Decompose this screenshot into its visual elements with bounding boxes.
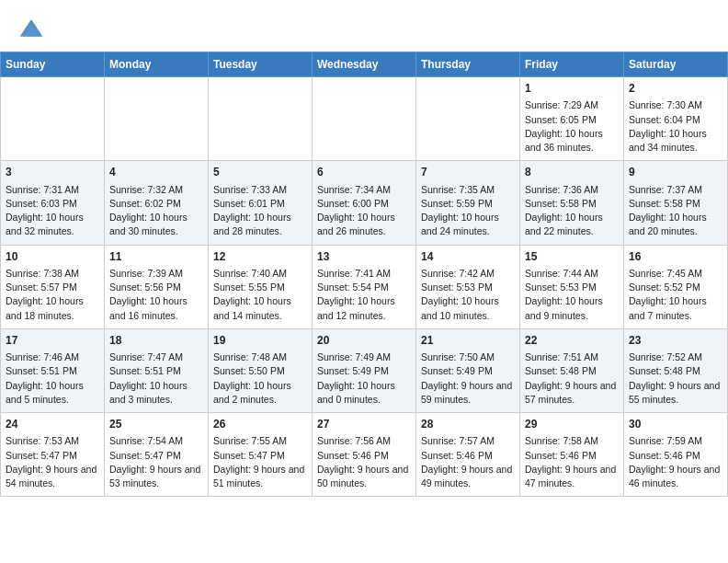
day-info: Sunrise: 7:45 AM Sunset: 5:52 PM Dayligh… [629, 267, 722, 323]
day-number: 14 [421, 249, 515, 265]
calendar-body: 1Sunrise: 7:29 AM Sunset: 6:05 PM Daylig… [1, 77, 728, 497]
calendar-cell: 28Sunrise: 7:57 AM Sunset: 5:46 PM Dayli… [416, 413, 520, 497]
calendar-cell: 18Sunrise: 7:47 AM Sunset: 5:51 PM Dayli… [105, 328, 209, 412]
calendar-week-4: 24Sunrise: 7:53 AM Sunset: 5:47 PM Dayli… [1, 413, 728, 497]
day-number: 10 [6, 249, 99, 265]
day-info: Sunrise: 7:36 AM Sunset: 5:58 PM Dayligh… [525, 183, 619, 239]
day-number: 7 [421, 165, 515, 180]
calendar-cell: 29Sunrise: 7:58 AM Sunset: 5:46 PM Dayli… [520, 413, 624, 497]
day-info: Sunrise: 7:34 AM Sunset: 6:00 PM Dayligh… [317, 183, 411, 239]
calendar-cell: 24Sunrise: 7:53 AM Sunset: 5:47 PM Dayli… [1, 413, 105, 497]
day-info: Sunrise: 7:59 AM Sunset: 5:46 PM Dayligh… [629, 434, 722, 490]
day-number: 23 [629, 333, 722, 349]
weekday-header-tuesday: Tuesday [209, 52, 313, 77]
logo [18, 17, 48, 42]
day-info: Sunrise: 7:40 AM Sunset: 5:55 PM Dayligh… [213, 267, 307, 323]
day-info: Sunrise: 7:37 AM Sunset: 5:58 PM Dayligh… [629, 183, 722, 239]
calendar-cell: 20Sunrise: 7:49 AM Sunset: 5:49 PM Dayli… [313, 328, 416, 412]
calendar-cell: 13Sunrise: 7:41 AM Sunset: 5:54 PM Dayli… [313, 245, 416, 328]
day-info: Sunrise: 7:58 AM Sunset: 5:46 PM Dayligh… [525, 434, 619, 490]
day-number: 5 [213, 165, 307, 180]
day-info: Sunrise: 7:31 AM Sunset: 6:03 PM Dayligh… [6, 183, 99, 239]
calendar-cell: 7Sunrise: 7:35 AM Sunset: 5:59 PM Daylig… [416, 161, 520, 245]
day-number: 12 [213, 249, 307, 265]
day-info: Sunrise: 7:46 AM Sunset: 5:51 PM Dayligh… [6, 350, 99, 407]
day-number: 25 [109, 417, 203, 432]
calendar-cell: 22Sunrise: 7:51 AM Sunset: 5:48 PM Dayli… [520, 328, 624, 412]
day-number: 30 [629, 417, 722, 432]
calendar-cell: 26Sunrise: 7:55 AM Sunset: 5:47 PM Dayli… [209, 413, 313, 497]
calendar-week-1: 3Sunrise: 7:31 AM Sunset: 6:03 PM Daylig… [1, 161, 728, 245]
weekday-header-sunday: Sunday [1, 52, 105, 77]
calendar-week-0: 1Sunrise: 7:29 AM Sunset: 6:05 PM Daylig… [1, 77, 728, 161]
day-info: Sunrise: 7:50 AM Sunset: 5:49 PM Dayligh… [421, 350, 515, 407]
day-info: Sunrise: 7:44 AM Sunset: 5:53 PM Dayligh… [525, 267, 619, 323]
day-info: Sunrise: 7:33 AM Sunset: 6:01 PM Dayligh… [213, 183, 307, 239]
logo-icon [18, 17, 44, 42]
calendar-cell: 2Sunrise: 7:30 AM Sunset: 6:04 PM Daylig… [624, 77, 728, 161]
calendar-cell: 1Sunrise: 7:29 AM Sunset: 6:05 PM Daylig… [520, 77, 624, 161]
page-header [0, 0, 728, 52]
day-number: 24 [6, 417, 99, 432]
day-info: Sunrise: 7:42 AM Sunset: 5:53 PM Dayligh… [421, 267, 515, 323]
calendar-cell: 14Sunrise: 7:42 AM Sunset: 5:53 PM Dayli… [416, 245, 520, 328]
day-info: Sunrise: 7:41 AM Sunset: 5:54 PM Dayligh… [317, 267, 411, 323]
day-number: 13 [317, 249, 411, 265]
calendar-cell: 16Sunrise: 7:45 AM Sunset: 5:52 PM Dayli… [624, 245, 728, 328]
calendar-cell: 8Sunrise: 7:36 AM Sunset: 5:58 PM Daylig… [520, 161, 624, 245]
day-info: Sunrise: 7:54 AM Sunset: 5:47 PM Dayligh… [109, 434, 203, 490]
calendar-cell: 15Sunrise: 7:44 AM Sunset: 5:53 PM Dayli… [520, 245, 624, 328]
day-info: Sunrise: 7:35 AM Sunset: 5:59 PM Dayligh… [421, 183, 515, 239]
calendar-week-3: 17Sunrise: 7:46 AM Sunset: 5:51 PM Dayli… [1, 328, 728, 412]
weekday-header-monday: Monday [105, 52, 209, 77]
day-number: 15 [525, 249, 619, 265]
day-info: Sunrise: 7:48 AM Sunset: 5:50 PM Dayligh… [213, 350, 307, 407]
day-info: Sunrise: 7:49 AM Sunset: 5:49 PM Dayligh… [317, 350, 411, 407]
day-info: Sunrise: 7:30 AM Sunset: 6:04 PM Dayligh… [629, 98, 722, 155]
calendar-header: SundayMondayTuesdayWednesdayThursdayFrid… [1, 52, 728, 77]
calendar-cell [416, 77, 520, 161]
day-number: 28 [421, 417, 515, 432]
day-info: Sunrise: 7:57 AM Sunset: 5:46 PM Dayligh… [421, 434, 515, 490]
day-info: Sunrise: 7:53 AM Sunset: 5:47 PM Dayligh… [6, 434, 99, 490]
day-info: Sunrise: 7:29 AM Sunset: 6:05 PM Dayligh… [525, 98, 619, 155]
calendar-cell: 4Sunrise: 7:32 AM Sunset: 6:02 PM Daylig… [105, 161, 209, 245]
calendar-cell: 17Sunrise: 7:46 AM Sunset: 5:51 PM Dayli… [1, 328, 105, 412]
weekday-header-thursday: Thursday [416, 52, 520, 77]
weekday-header-row: SundayMondayTuesdayWednesdayThursdayFrid… [1, 52, 728, 77]
day-info: Sunrise: 7:51 AM Sunset: 5:48 PM Dayligh… [525, 350, 619, 407]
day-number: 26 [213, 417, 307, 432]
calendar-week-2: 10Sunrise: 7:38 AM Sunset: 5:57 PM Dayli… [1, 245, 728, 328]
calendar-cell: 12Sunrise: 7:40 AM Sunset: 5:55 PM Dayli… [209, 245, 313, 328]
day-number: 21 [421, 333, 515, 349]
day-number: 29 [525, 417, 619, 432]
day-number: 1 [525, 81, 619, 97]
day-number: 20 [317, 333, 411, 349]
calendar-cell: 6Sunrise: 7:34 AM Sunset: 6:00 PM Daylig… [313, 161, 416, 245]
day-info: Sunrise: 7:47 AM Sunset: 5:51 PM Dayligh… [109, 350, 203, 407]
day-number: 27 [317, 417, 411, 432]
day-info: Sunrise: 7:39 AM Sunset: 5:56 PM Dayligh… [109, 267, 203, 323]
day-number: 9 [629, 165, 722, 180]
weekday-header-friday: Friday [520, 52, 624, 77]
day-number: 3 [6, 165, 99, 180]
day-number: 8 [525, 165, 619, 180]
day-info: Sunrise: 7:55 AM Sunset: 5:47 PM Dayligh… [213, 434, 307, 490]
day-info: Sunrise: 7:52 AM Sunset: 5:48 PM Dayligh… [629, 350, 722, 407]
day-number: 4 [109, 165, 203, 180]
calendar-cell [1, 77, 105, 161]
calendar-cell: 10Sunrise: 7:38 AM Sunset: 5:57 PM Dayli… [1, 245, 105, 328]
calendar-cell: 23Sunrise: 7:52 AM Sunset: 5:48 PM Dayli… [624, 328, 728, 412]
calendar-cell: 21Sunrise: 7:50 AM Sunset: 5:49 PM Dayli… [416, 328, 520, 412]
calendar-cell: 11Sunrise: 7:39 AM Sunset: 5:56 PM Dayli… [105, 245, 209, 328]
day-number: 17 [6, 333, 99, 349]
calendar-cell: 27Sunrise: 7:56 AM Sunset: 5:46 PM Dayli… [313, 413, 416, 497]
calendar-cell: 3Sunrise: 7:31 AM Sunset: 6:03 PM Daylig… [1, 161, 105, 245]
day-number: 6 [317, 165, 411, 180]
day-info: Sunrise: 7:56 AM Sunset: 5:46 PM Dayligh… [317, 434, 411, 490]
day-number: 16 [629, 249, 722, 265]
calendar-cell [105, 77, 209, 161]
calendar-cell: 25Sunrise: 7:54 AM Sunset: 5:47 PM Dayli… [105, 413, 209, 497]
calendar-cell: 19Sunrise: 7:48 AM Sunset: 5:50 PM Dayli… [209, 328, 313, 412]
day-number: 22 [525, 333, 619, 349]
